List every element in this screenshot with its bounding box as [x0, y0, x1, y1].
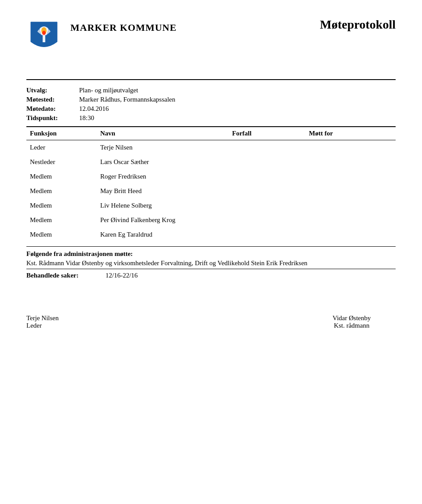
cell-mott_for [306, 155, 396, 169]
cell-forfall [229, 140, 306, 155]
org-name: MARKER KOMMUNE [70, 22, 177, 33]
utvalg-label: Utvalg: [26, 87, 79, 94]
cell-mott_for [306, 213, 396, 227]
sig-right-name: Vidar Østenby [308, 314, 396, 322]
cell-navn: Lars Oscar Sæther [97, 155, 229, 169]
cell-funksjon: Medlem [26, 227, 97, 242]
cell-navn: Roger Fredriksen [97, 169, 229, 184]
table-row: MedlemRoger Fredriksen [26, 169, 396, 184]
signature-left: Terje Nilsen Leder [26, 314, 114, 329]
col-funksjon: Funksjon [26, 127, 97, 140]
logo-icon [26, 18, 62, 53]
cell-forfall [229, 169, 306, 184]
svg-rect-0 [43, 34, 45, 42]
cell-mott_for [306, 198, 396, 213]
signatures: Terje Nilsen Leder Vidar Østenby Kst. rå… [26, 314, 396, 329]
cell-forfall [229, 227, 306, 242]
following-text: Kst. Rådmann Vidar Østenby og virksomhet… [26, 259, 396, 267]
motedato-value: 12.04.2016 [79, 105, 109, 113]
cell-mott_for [306, 227, 396, 242]
following-title: Følgende fra administrasjonen møtte: [26, 250, 396, 258]
cell-funksjon: Medlem [26, 213, 97, 227]
cell-mott_for [306, 140, 396, 155]
tidspunkt-value: 18:30 [79, 114, 94, 122]
motedato-label: Møtedato: [26, 105, 79, 113]
cell-mott_for [306, 184, 396, 198]
sig-left-name: Terje Nilsen [26, 314, 114, 322]
cell-forfall [229, 155, 306, 169]
cell-navn: Terje Nilsen [97, 140, 229, 155]
cell-funksjon: Leder [26, 140, 97, 155]
tidspunkt-label: Tidspunkt: [26, 114, 79, 122]
cell-forfall [229, 184, 306, 198]
sig-right-title: Kst. rådmann [308, 322, 396, 329]
table-row: MedlemKaren Eg Taraldrud [26, 227, 396, 242]
meeting-title: Møteprotokoll [177, 18, 396, 32]
following-section: Følgende fra administrasjonen møtte: Kst… [26, 246, 396, 267]
members-table-section: Funksjon Navn Forfall Møtt for LederTerj… [26, 127, 396, 242]
table-row: NestlederLars Oscar Sæther [26, 155, 396, 169]
cell-navn: May Britt Heed [97, 184, 229, 198]
table-header-row: Funksjon Navn Forfall Møtt for [26, 127, 396, 140]
motedato-row: Møtedato: 12.04.2016 [26, 105, 396, 113]
col-forfall: Forfall [229, 127, 306, 140]
col-navn: Navn [97, 127, 229, 140]
table-row: LederTerje Nilsen [26, 140, 396, 155]
signature-right: Vidar Østenby Kst. rådmann [308, 314, 396, 329]
motested-value: Marker Rådhus, Formannskapssalen [79, 96, 175, 103]
motested-row: Møtested: Marker Rådhus, Formannskapssal… [26, 96, 396, 103]
cell-funksjon: Nestleder [26, 155, 97, 169]
table-row: MedlemMay Britt Heed [26, 184, 396, 198]
cell-navn: Karen Eg Taraldrud [97, 227, 229, 242]
table-row: MedlemLiv Helene Solberg [26, 198, 396, 213]
utvalg-value: Plan- og miljøutvalget [79, 87, 138, 94]
svg-point-2 [42, 31, 46, 35]
treated-label: Behandlede saker: [26, 272, 106, 279]
cell-mott_for [306, 169, 396, 184]
members-table: Funksjon Navn Forfall Møtt for LederTerj… [26, 127, 396, 242]
treated-row: Behandlede saker: 12/16-22/16 [26, 269, 396, 279]
table-row: MedlemPer Øivind Falkenberg Krog [26, 213, 396, 227]
col-mott-for: Møtt for [306, 127, 396, 140]
motested-label: Møtested: [26, 96, 79, 103]
sig-left-title: Leder [26, 322, 114, 329]
treated-value: 12/16-22/16 [106, 272, 138, 279]
cell-funksjon: Medlem [26, 198, 97, 213]
cell-navn: Liv Helene Solberg [97, 198, 229, 213]
cell-funksjon: Medlem [26, 169, 97, 184]
meeting-info: Utvalg: Plan- og miljøutvalget Møtested:… [26, 87, 396, 122]
cell-navn: Per Øivind Falkenberg Krog [97, 213, 229, 227]
cell-forfall [229, 198, 306, 213]
top-divider [26, 79, 396, 80]
header: MARKER KOMMUNE Møteprotokoll [26, 18, 396, 53]
utvalg-row: Utvalg: Plan- og miljøutvalget [26, 87, 396, 94]
tidspunkt-row: Tidspunkt: 18:30 [26, 114, 396, 122]
cell-forfall [229, 213, 306, 227]
cell-funksjon: Medlem [26, 184, 97, 198]
